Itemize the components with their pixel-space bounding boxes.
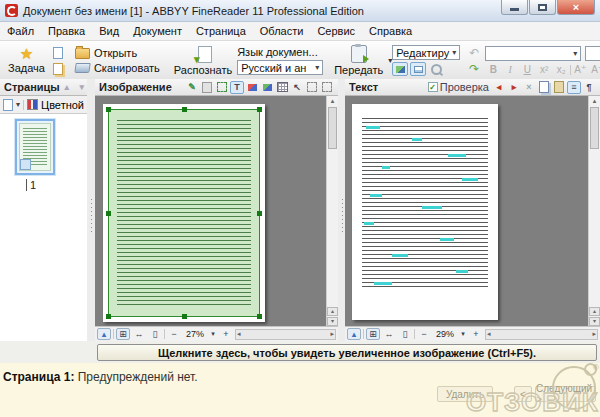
italic-button[interactable]: I (502, 64, 518, 75)
scroll-left-icon[interactable]: ◂ (487, 330, 491, 338)
zoom-window-banner[interactable]: Щелкните здесь, чтобы увидеть увеличенно… (97, 344, 597, 361)
text-area-icon[interactable]: T (230, 81, 244, 94)
next-page-scroll-button[interactable]: ▾ (327, 317, 338, 326)
zone-handle[interactable] (257, 107, 262, 112)
decrease-font-button[interactable]: A⁻ (589, 64, 600, 75)
text-canvas[interactable] (345, 96, 588, 326)
menu-document[interactable]: Документ (126, 23, 189, 39)
scroll-up-icon[interactable]: ▴ (589, 96, 600, 106)
text-properties-icon[interactable]: ≡ (567, 81, 581, 94)
menu-edit[interactable]: Правка (41, 23, 92, 39)
menu-tools[interactable]: Сервис (310, 23, 362, 39)
task-button[interactable]: ★ Задача (3, 42, 50, 79)
table-area-icon[interactable] (275, 81, 289, 94)
color-mode-label[interactable]: Цветной (41, 99, 84, 111)
close-button[interactable]: × (557, 0, 595, 15)
analyze-layout-icon[interactable] (200, 81, 214, 94)
menu-file[interactable]: Файл (0, 23, 41, 39)
formatting-marks-icon[interactable]: ¶ (582, 81, 596, 94)
underline-button[interactable]: U (519, 64, 535, 75)
scroll-left-icon[interactable]: ◂ (237, 330, 241, 338)
zone-handle[interactable] (257, 211, 262, 216)
page-thumbnail[interactable] (15, 119, 55, 175)
fit-width-button[interactable]: ↔ (382, 328, 396, 340)
verify-button[interactable]: ✓ Проверка (426, 81, 491, 94)
zone-handle[interactable] (182, 107, 187, 112)
font-family-select[interactable]: ▾ (485, 46, 581, 61)
zoom-dropdown-icon[interactable]: ▾ (459, 328, 467, 340)
zone-handle[interactable] (106, 314, 111, 319)
scan-button[interactable]: Сканировать (75, 62, 160, 74)
image-horizontal-scrollbar[interactable]: ◂ ▸ (235, 329, 336, 340)
recognition-area-icon[interactable] (215, 81, 229, 94)
add-selection-icon[interactable] (305, 81, 319, 94)
prev-page-scroll-button[interactable]: ▴ (589, 307, 600, 316)
zone-handle[interactable] (106, 211, 111, 216)
picture-area-icon[interactable] (245, 81, 259, 94)
bold-button[interactable]: B (485, 64, 501, 75)
pages-splitter[interactable] (87, 79, 95, 341)
page-number-label[interactable]: 1 (26, 179, 36, 191)
edit-image-icon[interactable]: ✎ (185, 81, 199, 94)
scroll-right-icon[interactable]: ▸ (592, 330, 596, 338)
background-picture-area-icon[interactable] (260, 81, 274, 94)
subtract-selection-icon[interactable] (320, 81, 334, 94)
scrollbar-thumb[interactable] (590, 107, 599, 149)
edit-mode-select[interactable]: Редактиру ▾ (392, 45, 460, 60)
title-bar[interactable]: Документ без имени [1] - ABBYY FineReade… (0, 0, 600, 22)
recognize-button[interactable]: ▾ Распознать (169, 42, 237, 79)
superscript-button[interactable]: x² (536, 64, 552, 75)
copy-pages-button[interactable] (50, 62, 66, 76)
image-canvas[interactable] (95, 96, 326, 326)
fit-page-button[interactable]: ⊞ (116, 328, 130, 340)
undo-button[interactable]: ↶ (466, 46, 482, 60)
language-select[interactable]: Русский и ан ▾ (237, 60, 323, 75)
menu-view[interactable]: Вид (92, 23, 126, 39)
chevron-down-icon[interactable]: ▾ (16, 100, 20, 109)
text-horizontal-scrollbar[interactable]: ◂ ▸ (485, 329, 598, 340)
send-button[interactable]: Передать (329, 42, 388, 79)
zone-handle[interactable] (257, 314, 262, 319)
redo-button[interactable]: ↷ (466, 62, 482, 76)
menu-page[interactable]: Страница (189, 23, 253, 39)
paste-text-icon[interactable] (552, 81, 566, 94)
zoom-dropdown-icon[interactable]: ▾ (209, 328, 217, 340)
pin-panel-button[interactable]: ▴ (347, 328, 361, 340)
image-view-toggle[interactable] (392, 62, 408, 76)
text-view-toggle[interactable] (410, 62, 426, 76)
subscript-button[interactable]: x₂ (553, 64, 569, 75)
zoom-out-button[interactable]: − (417, 328, 431, 340)
pin-panel-button[interactable]: ▴ (97, 328, 111, 340)
prev-error-flag-icon[interactable]: ◂ (492, 81, 506, 94)
zone-handle[interactable] (106, 107, 111, 112)
new-page-button[interactable] (50, 46, 66, 60)
increase-font-button[interactable]: A⁺ (572, 64, 588, 75)
fit-height-button[interactable]: ▯ (148, 328, 162, 340)
menu-areas[interactable]: Области (253, 23, 311, 39)
fit-width-button[interactable]: ↔ (132, 328, 146, 340)
fit-height-button[interactable]: ▯ (398, 328, 412, 340)
zoom-in-button[interactable]: + (469, 328, 483, 340)
recognized-page[interactable] (352, 104, 498, 320)
zoom-window-toggle[interactable] (428, 62, 444, 76)
copy-text-icon[interactable] (537, 81, 551, 94)
prev-page-scroll-button[interactable]: ▴ (327, 307, 338, 316)
panels-splitter[interactable] (338, 79, 345, 341)
minimize-button[interactable] (501, 0, 528, 15)
delete-text-icon[interactable]: × (522, 81, 536, 94)
font-size-select[interactable]: ▾ (585, 46, 600, 61)
zone-handle[interactable] (182, 314, 187, 319)
next-error-flag-icon[interactable]: ▸ (507, 81, 521, 94)
next-page-scroll-button[interactable]: ▾ (589, 317, 600, 326)
scroll-right-icon[interactable]: ▸ (330, 330, 334, 338)
maximize-button[interactable] (529, 0, 556, 15)
text-vertical-scrollbar[interactable]: ▴ ▴ ▾ (588, 96, 600, 326)
scroll-up-icon[interactable]: ▴ (327, 96, 338, 106)
scanned-page[interactable] (103, 104, 265, 322)
select-area-icon[interactable]: ↖ (290, 81, 304, 94)
zoom-in-button[interactable]: + (219, 328, 233, 340)
open-button[interactable]: Открыть (75, 47, 160, 59)
zoom-out-button[interactable]: − (167, 328, 181, 340)
fit-page-button[interactable]: ⊞ (366, 328, 380, 340)
image-vertical-scrollbar[interactable]: ▴ ▴ ▾ (326, 96, 338, 326)
